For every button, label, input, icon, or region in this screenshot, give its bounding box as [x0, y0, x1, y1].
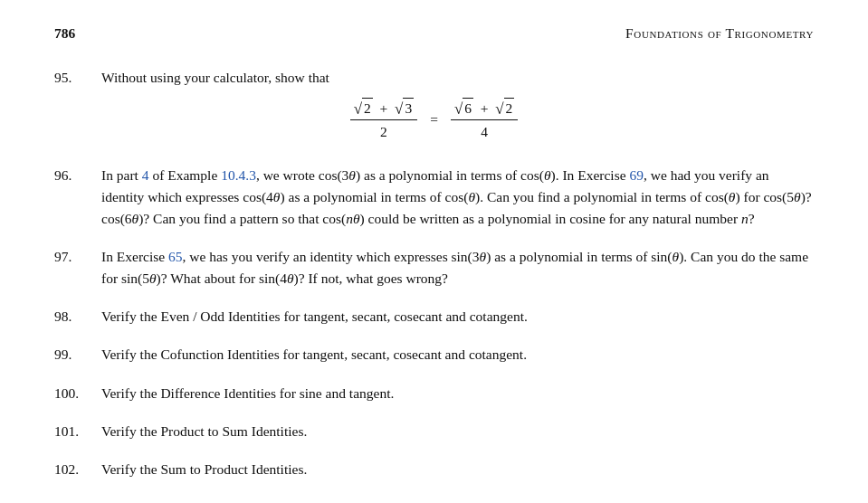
problem-97-text: In Exercise 65, we has you verify an ide…: [101, 246, 814, 289]
problem-97-number: 97.: [54, 246, 101, 289]
problem-101: 101. Verify the Product to Sum Identitie…: [54, 421, 814, 442]
sqrt-6: √6: [454, 98, 473, 119]
problem-98: 98. Verify the Even / Odd Identities for…: [54, 306, 814, 327]
sqrt-3: √3: [395, 98, 414, 119]
problem-99-number: 99.: [54, 344, 101, 365]
left-numerator: √2 + √3: [350, 98, 417, 120]
problem-100-text: Verify the Difference Identities for sin…: [101, 383, 814, 404]
problem-99: 99. Verify the Cofunction Identities for…: [54, 344, 814, 365]
left-fraction: √2 + √3 2: [350, 98, 417, 141]
problem-98-text: Verify the Even / Odd Identities for tan…: [101, 306, 814, 327]
left-denominator: 2: [377, 120, 391, 142]
problem-95: 95. Without using your calculator, show …: [54, 67, 814, 147]
problem-101-text: Verify the Product to Sum Identities.: [101, 421, 814, 442]
problem-101-number: 101.: [54, 421, 101, 442]
problem-95-intro: Without using your calculator, show that: [101, 67, 814, 89]
sqrt-2b: √2: [495, 98, 514, 119]
problem-100: 100. Verify the Difference Identities fo…: [54, 383, 814, 404]
problem-102-number: 102.: [54, 459, 101, 480]
problem-97: 97. In Exercise 65, we has you verify an…: [54, 246, 814, 289]
sqrt-2: √2: [354, 98, 373, 119]
problem-96-text: In part 4 of Example 10.4.3, we wrote co…: [101, 165, 814, 230]
page-number: 786: [54, 25, 75, 42]
right-denominator: 4: [477, 120, 491, 142]
problem-102-text: Verify the Sum to Product Identities.: [101, 459, 814, 480]
problem-99-text: Verify the Cofunction Identities for tan…: [101, 344, 814, 365]
problem-96-number: 96.: [54, 165, 101, 230]
right-fraction: √6 + √2 4: [451, 98, 518, 141]
equals-sign: =: [430, 109, 438, 130]
right-numerator: √6 + √2: [451, 98, 518, 120]
page-header: 786 Foundations of Trigonometry: [54, 25, 814, 42]
problem-100-number: 100.: [54, 383, 101, 404]
problem-95-formula: √2 + √3 2 = √6 + √2: [54, 98, 814, 141]
problem-96: 96. In part 4 of Example 10.4.3, we wrot…: [54, 165, 814, 230]
problem-102: 102. Verify the Sum to Product Identitie…: [54, 459, 814, 480]
problem-95-number: 95.: [54, 67, 101, 89]
page-title: Foundations of Trigonometry: [625, 25, 814, 42]
content: 95. Without using your calculator, show …: [54, 67, 814, 480]
problem-98-number: 98.: [54, 306, 101, 327]
